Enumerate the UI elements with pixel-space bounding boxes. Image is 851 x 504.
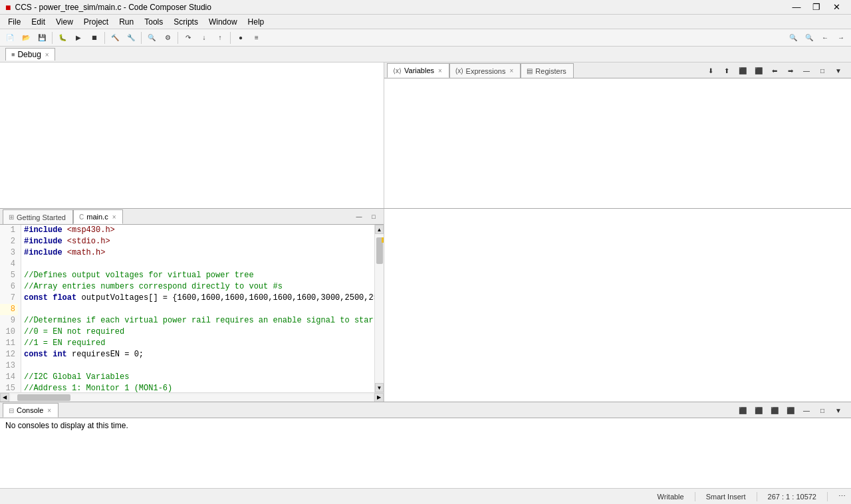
editor-panels: ⊞ Getting Started C main.c × — □ xyxy=(0,209,851,402)
minimize-button[interactable]: — xyxy=(787,1,806,14)
rp-tb-9[interactable]: ▼ xyxy=(831,63,846,78)
close-button[interactable]: ✕ xyxy=(827,1,846,14)
horizontal-scroll[interactable]: ◀ ▶ xyxy=(0,392,384,402)
status-writable: Writable xyxy=(658,493,684,501)
tb-rebuild[interactable]: 🔧 xyxy=(124,31,138,45)
tab-variables[interactable]: ⟨x⟩ Variables × xyxy=(387,63,449,78)
h-scroll-left[interactable]: ◀ xyxy=(0,393,9,402)
tb-run[interactable]: ▶ xyxy=(71,31,86,45)
console-tb-4[interactable]: ⬛ xyxy=(783,403,798,418)
tb-debug[interactable]: 🐛 xyxy=(55,31,70,45)
line-num-11: 11 xyxy=(0,338,18,349)
rp-tb-4[interactable]: ⬛ xyxy=(751,63,766,78)
console-tb-1[interactable]: ⬛ xyxy=(735,403,750,418)
console-icon: ⊟ xyxy=(9,407,14,414)
menu-tools[interactable]: Tools xyxy=(139,16,168,28)
scroll-down-btn[interactable]: ▼ xyxy=(375,383,384,392)
code-editor[interactable]: 1 2 3 4 5 6 7 8 9 10 11 12 13 xyxy=(0,225,374,392)
menu-project[interactable]: Project xyxy=(78,16,114,28)
console-tb-7[interactable]: ▼ xyxy=(831,403,846,418)
tb-open[interactable]: 📂 xyxy=(19,31,33,45)
line-num-13: 13 xyxy=(0,360,18,372)
debug-close[interactable]: × xyxy=(45,51,49,59)
editor-scrollbar[interactable]: ▲ ▼ xyxy=(374,225,384,392)
menu-edit[interactable]: Edit xyxy=(26,16,51,28)
title-bar: ■ CCS - power_tree_sim/main.c - Code Com… xyxy=(0,0,851,15)
getting-started-label: Getting Started xyxy=(17,213,66,221)
tab-expressions[interactable]: (x) Expressions × xyxy=(449,63,521,78)
tb-next[interactable]: → xyxy=(834,31,848,45)
tb-save[interactable]: 💾 xyxy=(35,31,49,45)
line-num-8: 8 xyxy=(0,304,18,315)
tb-step-into[interactable]: ↓ xyxy=(197,31,211,45)
code-content[interactable]: #include <msp430.h> #include <stdio.h> #… xyxy=(21,225,374,392)
status-bar: Writable Smart Insert 267 : 1 : 10572 ⋯ xyxy=(0,488,851,504)
line-num-10: 10 xyxy=(0,326,18,338)
registers-icon: ▤ xyxy=(527,67,533,74)
rp-tb-7[interactable]: — xyxy=(799,63,814,78)
toolbar-row-1: 📄 📂 💾 🐛 ▶ ⏹ 🔨 🔧 🔍 ⚙ ↷ ↓ ↑ ● ≡ 🔍 🔍 ← → xyxy=(0,29,851,47)
tab-console[interactable]: ⊟ Console × xyxy=(3,403,59,418)
content-area: ⟨x⟩ Variables × (x) Expressions × ▤ Regi… xyxy=(0,63,851,488)
tb-step-out[interactable]: ↑ xyxy=(213,31,227,45)
scroll-track[interactable] xyxy=(375,234,384,383)
maximize-button[interactable]: ❐ xyxy=(807,1,826,14)
tab-getting-started[interactable]: ⊞ Getting Started xyxy=(3,209,73,224)
line-num-4: 4 xyxy=(0,259,18,270)
tb-build[interactable]: 🔨 xyxy=(108,31,122,45)
rp-tb-1[interactable]: ⬇ xyxy=(703,63,718,78)
menu-view[interactable]: View xyxy=(51,16,78,28)
console-toolbar: ⬛ ⬛ ⬛ ⬛ — □ ▼ xyxy=(733,403,848,418)
tb-settings[interactable]: ⚙ xyxy=(160,31,175,45)
rp-tb-5[interactable]: ⬅ xyxy=(767,63,782,78)
main-c-icon: C xyxy=(79,213,84,221)
debug-label: Debug xyxy=(17,50,41,59)
editor-tb-maximize[interactable]: □ xyxy=(366,209,381,224)
rp-tb-3[interactable]: ⬛ xyxy=(735,63,750,78)
title-bar-left: ■ CCS - power_tree_sim/main.c - Code Com… xyxy=(5,2,211,13)
status-position: 267 : 1 : 10572 xyxy=(768,493,816,501)
left-top-panel xyxy=(0,63,384,208)
h-scroll-track[interactable] xyxy=(11,394,373,401)
tb-zoom-out[interactable]: 🔍 xyxy=(802,31,816,45)
line-num-12: 12 xyxy=(0,349,18,360)
tb-prev[interactable]: ← xyxy=(818,31,832,45)
tab-registers[interactable]: ▤ Registers xyxy=(521,63,573,78)
expressions-close[interactable]: × xyxy=(509,67,513,74)
console-tb-3[interactable]: ⬛ xyxy=(767,403,782,418)
line-num-3: 3 xyxy=(0,247,18,259)
status-sep-3 xyxy=(827,492,828,501)
tb-toggle-bk[interactable]: ● xyxy=(233,31,248,45)
console-close[interactable]: × xyxy=(47,407,51,414)
h-scroll-thumb[interactable] xyxy=(17,394,70,401)
right-panel-toolbar: ⬇ ⬆ ⬛ ⬛ ⬅ ➡ — □ ▼ xyxy=(701,63,848,78)
scroll-up-btn[interactable]: ▲ xyxy=(375,225,384,234)
menu-file[interactable]: File xyxy=(3,16,26,28)
console-tb-6[interactable]: □ xyxy=(815,403,830,418)
tb-expr[interactable]: ≡ xyxy=(249,31,264,45)
menu-run[interactable]: Run xyxy=(114,16,139,28)
tb-stop[interactable]: ⏹ xyxy=(87,31,102,45)
rp-tb-2[interactable]: ⬆ xyxy=(719,63,734,78)
menu-help[interactable]: Help xyxy=(243,16,270,28)
tb-sep-1 xyxy=(52,32,53,44)
rp-tb-6[interactable]: ➡ xyxy=(783,63,798,78)
debug-icon: ■ xyxy=(11,51,15,58)
tb-new[interactable]: 📄 xyxy=(3,31,17,45)
tb-step-over[interactable]: ↷ xyxy=(181,31,195,45)
debug-tab[interactable]: ■ Debug × xyxy=(5,48,55,61)
editor-tb-minimize[interactable]: — xyxy=(352,209,366,224)
rp-tb-8[interactable]: □ xyxy=(815,63,830,78)
console-tb-5[interactable]: — xyxy=(799,403,814,418)
menu-window[interactable]: Window xyxy=(203,16,243,28)
console-tb-2[interactable]: ⬛ xyxy=(751,403,766,418)
variables-close[interactable]: × xyxy=(438,67,442,74)
variables-tab-bar: ⟨x⟩ Variables × (x) Expressions × ▤ Regi… xyxy=(384,63,851,78)
tb-zoom-in[interactable]: 🔍 xyxy=(786,31,800,45)
status-sep-2 xyxy=(757,492,757,501)
tab-main-c[interactable]: C main.c × xyxy=(73,209,123,224)
menu-scripts[interactable]: Scripts xyxy=(168,16,203,28)
main-c-close[interactable]: × xyxy=(112,213,116,221)
tb-search[interactable]: 🔍 xyxy=(144,31,159,45)
h-scroll-right[interactable]: ▶ xyxy=(374,393,384,402)
